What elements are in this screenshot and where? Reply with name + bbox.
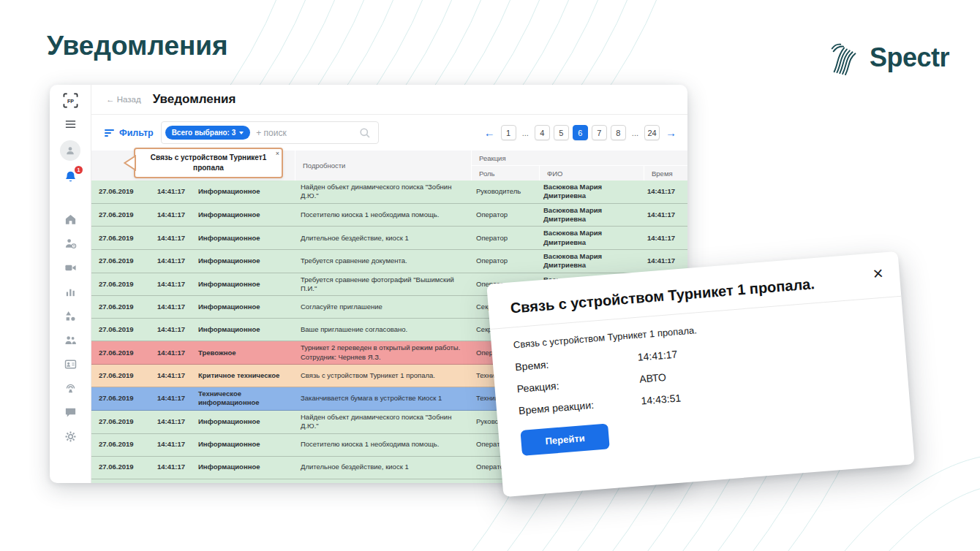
filter-button[interactable]: Фильтр [105,128,154,138]
pagination-page-6[interactable]: 6 [573,125,588,140]
popup-field-label: Время реакции: [519,395,642,417]
statistics-icon[interactable] [59,284,81,300]
cell-details: Найден объект динамического поиска "Зобн… [293,183,469,201]
slide: Уведомления Spectr [0,0,980,551]
cell-time: 14:41:17 [150,440,191,449]
table-row[interactable]: 27.06.201914:41:17ИнформационноеДлительн… [91,227,687,250]
popup-close-icon[interactable]: × [872,265,884,283]
cell-time: 14:41:17 [150,463,191,471]
cell-time: 14:41:17 [150,303,191,311]
tooltip-text-line2: пропала [143,163,274,173]
cell-date: 27.06.2019 [91,256,150,265]
visitor-history-icon[interactable] [59,235,81,251]
pagination-prev[interactable]: ← [482,126,497,139]
cell-role: Оператор [469,256,536,265]
cell-date: 27.06.2019 [91,349,150,357]
cell-details: Найден объект динамического поиска "Зобн… [293,413,469,431]
cell-time: 14:41:17 [150,187,191,196]
cell-fio: Васюкова Мария Дмитриевна [536,183,640,201]
home-icon[interactable] [59,211,81,227]
cell-rtime: 14:41:17 [640,187,687,196]
objects-icon[interactable] [59,308,81,324]
broadcast-icon[interactable] [59,380,81,396]
cell-fio: Васюкова Мария Дмитриевна [536,252,640,270]
cell-type: Информационное [191,280,293,289]
filter-icon [105,129,115,137]
cell-type: Критичное техническое [191,371,293,380]
pagination-page-4[interactable]: 4 [535,125,550,140]
pagination-page-5[interactable]: 5 [554,125,569,140]
pagination-page-24[interactable]: 24 [644,125,660,140]
table-row[interactable]: 27.06.201914:41:17ИнформационноеНайден о… [91,180,687,204]
cell-time: 14:41:17 [150,210,191,219]
go-to-button[interactable]: Перейти [520,423,610,456]
cell-type: Информационное [191,210,293,219]
tooltip-text-line1: Связь с устройством Турникет1 [143,153,274,163]
search-input[interactable]: Всего выбрано: 3 + поиск [161,121,379,144]
cell-details: Ваше приглашение согласовано. [293,325,469,334]
tooltip-arrow-icon [124,155,136,171]
brand-name: Spectr [870,42,949,73]
id-card-icon[interactable] [59,356,81,372]
fullscreen-fp-logo-icon[interactable]: FP [59,92,81,108]
table-row[interactable]: 27.06.201914:41:17ИнформационноеПосетите… [91,204,687,227]
notification-popup: Связь с устройством Турникет 1 пропала. … [486,251,915,497]
pagination-page-7[interactable]: 7 [592,125,607,140]
cell-details: Турникет 2 переведен в открытый режим ра… [293,343,469,362]
cell-details: Заканчивается бумага в устройстве Киоск … [293,394,469,403]
cell-type: Тревожное [191,349,293,357]
settings-gear-icon[interactable] [59,428,81,444]
bell-badge: 1 [75,166,83,174]
cell-role: Руководитель [469,187,536,196]
cell-date: 27.06.2019 [91,394,150,403]
cell-type: Информационное [191,463,293,471]
cell-type: Информационное [191,256,293,265]
notification-tooltip: Связь с устройством Турникет1 пропала × [134,148,283,178]
header-reaction-group: Реакция [472,151,687,165]
cell-date: 27.06.2019 [91,234,150,243]
toolbar: Фильтр Всего выбрано: 3 + поиск ← 1...45… [91,115,687,151]
groups-icon[interactable] [59,332,81,348]
header-role: Роль [472,166,539,180]
cell-type: Информационное [191,303,293,311]
pagination: ← 1...45678...24 → [482,125,679,140]
cell-details: Длительное бездействие, киоск 1 [293,234,469,243]
cell-type: Информационное [191,187,293,196]
back-button[interactable]: ← Назад [106,95,141,104]
cell-date: 27.06.2019 [91,303,150,311]
cell-rtime: 14:41:17 [640,234,687,243]
tooltip-close-icon[interactable]: × [276,149,279,158]
cell-time: 14:41:17 [150,349,191,357]
page-title: Уведомления [153,92,236,107]
menu-icon[interactable] [59,116,81,132]
cell-details: Требуется сравнение фотографий "Вышимски… [293,276,469,294]
notifications-bell-icon[interactable]: 1 [59,169,81,185]
profile-avatar[interactable] [60,140,80,161]
cell-details: Длительное бездействие, киоск 1 [293,463,469,471]
selected-filters-pill[interactable]: Всего выбрано: 3 [165,126,251,140]
cell-date: 27.06.2019 [91,417,150,426]
cell-details: Посетителю киоска 1 необходима помощь. [293,210,469,219]
pagination-page-1[interactable]: 1 [501,125,516,140]
popup-title: Связь с устройством Турникет 1 пропала. [510,270,878,316]
cell-role: Оператор [469,234,536,243]
table-row[interactable]: 27.06.201914:41:17ИнформационноеТребуетс… [91,250,687,273]
selected-filters-label: Всего выбрано: 3 [172,129,236,137]
cell-rtime: 14:41:17 [640,210,687,219]
header-fio: ФИО [540,166,644,180]
pagination-next[interactable]: → [663,126,679,139]
cell-type: Информационное [191,325,293,334]
cell-time: 14:41:17 [150,394,191,403]
pagination-page-8[interactable]: 8 [611,125,626,140]
app-header: ← Назад Уведомления [91,85,687,115]
pagination-pages: 1...45678...24 [501,125,660,140]
cell-time: 14:41:17 [150,256,191,265]
chevron-down-icon [239,132,244,134]
brand-logo: Spectr [827,39,949,76]
chat-icon[interactable] [59,404,81,420]
camera-icon[interactable] [59,259,81,276]
cell-date: 27.06.2019 [91,280,150,289]
search-placeholder: + поиск [256,128,286,138]
filter-label: Фильтр [119,128,154,138]
sidebar: FP 1 [50,85,91,483]
